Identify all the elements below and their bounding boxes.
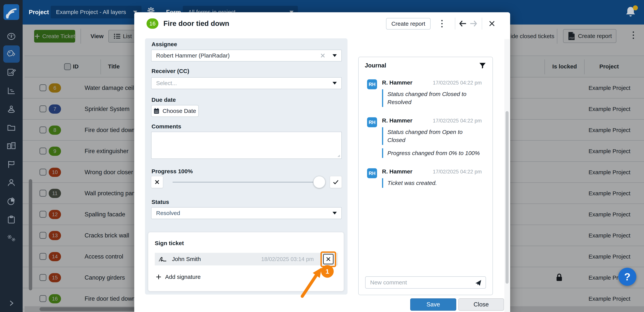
screen: Create Ticket View List ide closed ticke…	[0, 0, 644, 312]
sidebar-item-tasks[interactable]	[7, 215, 16, 224]
x-icon	[154, 180, 160, 185]
choose-date-button[interactable]: Choose Date	[151, 105, 199, 117]
journal-author: R. Hammer	[382, 168, 412, 175]
avatar: RH	[367, 117, 377, 127]
journal-panel: Journal RHR. Hammer17/02/2025 04:22 pmSt…	[358, 57, 493, 295]
close-icon[interactable]	[489, 20, 495, 27]
journal-author: R. Hammer	[382, 117, 412, 124]
sidebar-item-projects[interactable]	[7, 123, 16, 132]
ticket-title: Fire door tied down	[164, 19, 229, 27]
annotation-arrow	[294, 258, 333, 300]
journal-timestamp: 17/02/2025 04:22 pm	[433, 80, 482, 86]
due-date-label: Due date	[152, 97, 176, 103]
comments-label: Comments	[152, 123, 181, 130]
sidebar-item-reports[interactable]	[7, 197, 16, 206]
sidebar-item-settings[interactable]	[6, 234, 16, 242]
avatar: RH	[367, 79, 377, 89]
sidebar-item-statistics[interactable]	[7, 86, 16, 95]
receiver-select[interactable]: Select...	[151, 77, 342, 89]
journal-title: Journal	[365, 62, 386, 69]
chevron-down-icon	[332, 54, 337, 57]
plus-icon	[156, 274, 161, 280]
journal-message: Status changed from Open to Closed	[382, 127, 482, 145]
sidebar-item-company[interactable]	[6, 141, 16, 151]
chevron-down-icon	[332, 212, 337, 214]
journal-entry: RHR. Hammer17/02/2025 04:22 pmTicket was…	[367, 168, 482, 188]
journal-entry: RHR. Hammer17/02/2025 04:22 pmStatus cha…	[367, 117, 482, 158]
check-icon	[333, 180, 339, 185]
help-button[interactable]: ?	[618, 268, 636, 286]
calendar-icon	[154, 108, 159, 114]
status-label: Status	[152, 199, 169, 205]
resize-handle-icon[interactable]	[337, 154, 340, 157]
new-comment-placeholder: New comment	[370, 279, 407, 286]
journal-timestamp: 17/02/2025 04:22 pm	[433, 118, 482, 124]
receiver-placeholder: Select...	[156, 80, 177, 86]
progress-slider-handle[interactable]	[313, 176, 326, 188]
annotation-step-badge: 1	[321, 265, 334, 278]
previous-ticket-arrow-icon[interactable]	[459, 20, 467, 27]
sidebar-expand-chevron-icon[interactable]	[8, 300, 15, 307]
journal-entry: RHR. Hammer17/02/2025 04:22 pmStatus cha…	[367, 79, 482, 107]
ticket-id-badge: 16	[146, 18, 158, 29]
sidebar	[0, 0, 23, 312]
progress-clear-button[interactable]	[151, 176, 163, 188]
clear-icon[interactable]	[320, 53, 325, 58]
comments-textarea[interactable]	[151, 132, 342, 159]
ticket-detail-modal: 16 Fire door tied down Create report Ass…	[134, 12, 510, 312]
journal-entries: RHR. Hammer17/02/2025 04:22 pmStatus cha…	[367, 79, 482, 198]
next-ticket-arrow-icon[interactable]	[470, 20, 477, 27]
project-label: Project	[29, 0, 49, 24]
add-signature-label: Add signature	[165, 274, 200, 280]
project-select-value: Example Project - All layers	[56, 9, 126, 15]
assignee-select[interactable]: Robert Hammer (PlanRadar)	[151, 50, 342, 61]
project-select[interactable]: Example Project - All layers	[51, 6, 142, 18]
avatar: RH	[367, 168, 377, 178]
journal-message: Status changed from Closed to Resolved	[382, 89, 482, 107]
progress-slider-track[interactable]	[172, 182, 324, 183]
modal-scrollbar-thumb[interactable]	[506, 111, 508, 284]
sign-ticket-label: Sign ticket	[155, 240, 184, 247]
modal-create-report-button[interactable]: Create report	[386, 18, 430, 29]
journal-timestamp: 17/02/2025 04:22 pm	[433, 169, 482, 175]
add-signature-button[interactable]: Add signature	[156, 274, 200, 280]
journal-message: Progress changed from 0% to 100%	[382, 148, 482, 158]
status-select[interactable]: Resolved	[151, 207, 342, 219]
journal-author: R. Hammer	[382, 79, 412, 86]
sidebar-item-flags[interactable]	[7, 160, 16, 169]
status-value: Resolved	[156, 210, 180, 216]
assignee-label: Assignee	[152, 41, 177, 47]
modal-kebab-menu[interactable]	[441, 20, 443, 27]
signer-name: John Smith	[172, 256, 201, 262]
modal-create-report-label: Create report	[392, 20, 425, 27]
assignee-value: Robert Hammer (PlanRadar)	[156, 52, 230, 59]
sidebar-item-users[interactable]	[7, 178, 16, 187]
close-button[interactable]: Close	[458, 299, 504, 311]
filter-icon[interactable]	[479, 62, 486, 69]
sidebar-item-tickets[interactable]	[7, 49, 16, 59]
sidebar-item-forms[interactable]	[7, 68, 16, 77]
sidebar-item-site-staff[interactable]	[7, 104, 16, 114]
receiver-label: Receiver (CC)	[152, 68, 189, 74]
save-button[interactable]: Save	[410, 299, 456, 311]
send-icon[interactable]	[475, 280, 482, 286]
sidebar-item-dashboard[interactable]	[7, 32, 16, 41]
new-comment-input[interactable]: New comment	[365, 276, 486, 289]
journal-message: Ticket was created.	[382, 178, 482, 188]
choose-date-label: Choose Date	[162, 108, 196, 114]
planradar-logo[interactable]	[4, 4, 19, 20]
notification-dot	[633, 5, 638, 10]
progress-label: Progress 100%	[152, 168, 193, 175]
chevron-down-icon	[332, 82, 337, 84]
progress-confirm-button[interactable]	[330, 176, 342, 188]
signature-icon	[158, 256, 167, 263]
